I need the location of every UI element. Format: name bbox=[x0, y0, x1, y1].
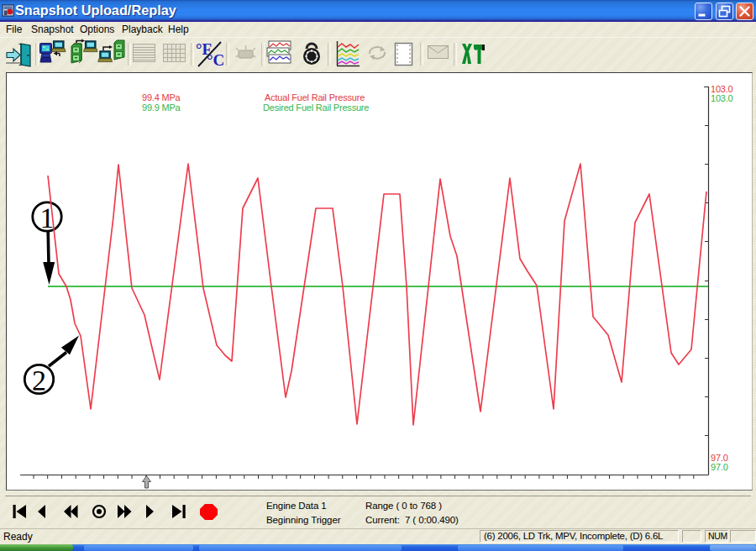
svg-text:Desired Fuel Rail Pressure: Desired Fuel Rail Pressure bbox=[263, 102, 369, 113]
svg-text:Actual Fuel Rail Pressure: Actual Fuel Rail Pressure bbox=[265, 92, 365, 102]
svg-text:103.0: 103.0 bbox=[711, 93, 733, 103]
svg-text:99.9 MPa: 99.9 MPa bbox=[142, 102, 181, 113]
svg-text:2: 2 bbox=[32, 365, 46, 396]
svg-text:97.0: 97.0 bbox=[711, 462, 728, 472]
svg-text:99.4 MPa: 99.4 MPa bbox=[142, 92, 181, 102]
